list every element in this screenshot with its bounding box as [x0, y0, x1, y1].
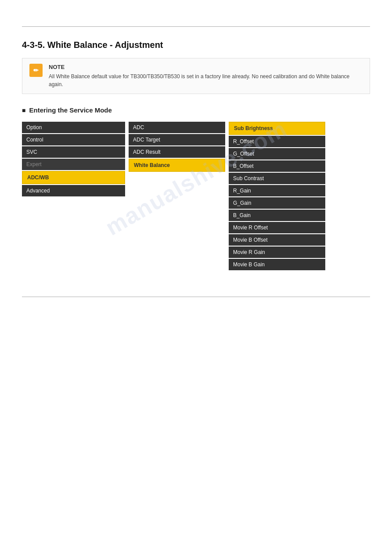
menu-col-2: ADC ADC Target ADC Result White Balance [129, 122, 225, 172]
menu-area: Option Control SVC Expert ADC/WB Advance… [22, 122, 370, 270]
menu-item-g-offset[interactable]: G_Offset [229, 148, 325, 160]
menu-item-movie-b-offset[interactable]: Movie B Offset [229, 234, 325, 246]
menu-item-adc[interactable]: ADC [129, 122, 225, 133]
menu-item-b-offset[interactable]: B_Offset [229, 160, 325, 172]
note-icon: ✏ [29, 64, 43, 78]
menu-col-1: Option Control SVC Expert ADC/WB Advance… [22, 122, 125, 196]
section-title: 4-3-5. White Balance - Adjustment [22, 40, 370, 50]
menu-item-adc-result[interactable]: ADC Result [129, 146, 225, 158]
menu-item-white-balance[interactable]: White Balance [129, 159, 225, 172]
pencil-icon: ✏ [29, 64, 43, 77]
menu-item-svc[interactable]: SVC [22, 146, 125, 158]
note-content: NOTE All White Balance default value for… [49, 64, 363, 88]
menu-item-movie-r-gain[interactable]: Movie R Gain [229, 247, 325, 258]
bottom-rule [22, 297, 370, 297]
menu-item-control[interactable]: Control [22, 134, 125, 145]
menu-item-b-gain[interactable]: B_Gain [229, 210, 325, 221]
menu-item-r-gain[interactable]: R_Gain [229, 185, 325, 196]
menu-item-sub-brightness[interactable]: Sub Brightness [229, 122, 325, 135]
top-rule [22, 26, 370, 27]
note-box: ✏ NOTE All White Balance default value f… [22, 58, 370, 94]
menu-col-3: Sub Brightness R_Offset G_Offset B_Offse… [229, 122, 325, 270]
menu-item-sub-contrast[interactable]: Sub Contrast [229, 173, 325, 184]
menu-item-movie-b-gain[interactable]: Movie B Gain [229, 259, 325, 270]
menu-item-expert[interactable]: Expert [22, 159, 125, 170]
menu-item-g-gain[interactable]: G_Gain [229, 197, 325, 209]
menu-item-adc-target[interactable]: ADC Target [129, 134, 225, 145]
note-text: All White Balance default value for TB30… [49, 73, 363, 88]
menu-item-movie-r-offset[interactable]: Movie R Offset [229, 222, 325, 233]
menu-item-option[interactable]: Option [22, 122, 125, 133]
menu-item-r-offset[interactable]: R_Offset [229, 136, 325, 147]
note-title: NOTE [49, 64, 363, 70]
sub-section-title: Entering the Service Mode [22, 106, 370, 114]
menu-item-adcwb[interactable]: ADC/WB [22, 171, 125, 184]
menu-item-advanced[interactable]: Advanced [22, 185, 125, 196]
page-wrapper: 4-3-5. White Balance - Adjustment ✏ NOTE… [0, 0, 392, 323]
